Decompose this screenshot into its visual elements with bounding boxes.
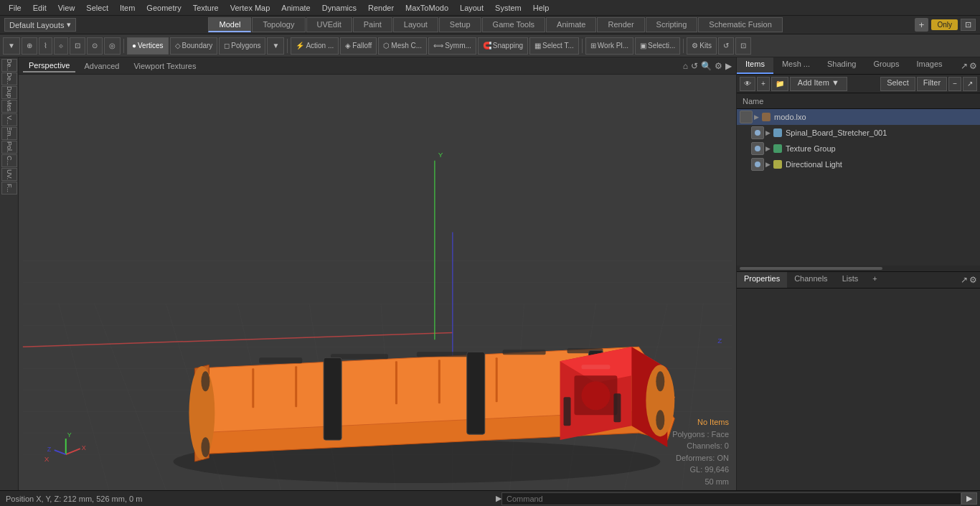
bottom-panel-settings-btn[interactable]: ⚙	[969, 275, 977, 285]
sidebar-item-mes[interactable]: Mes.	[1, 100, 17, 113]
item-visibility-toggle[interactable]	[751, 158, 764, 171]
panel-tab-groups[interactable]: Groups	[864, 57, 908, 74]
maximize-button[interactable]: ⊡	[961, 19, 976, 31]
tool-mesh[interactable]: ⬡ Mesh C...	[378, 37, 427, 55]
horizontal-scrollbar[interactable]	[740, 267, 882, 270]
items-folder-btn[interactable]: 📁	[771, 77, 788, 91]
bot-tab-properties[interactable]: Properties	[737, 272, 787, 288]
tool-grid[interactable]: ⊕	[22, 37, 37, 55]
menu-dynamics[interactable]: Dynamics	[316, 2, 362, 14]
panel-tab-mesh[interactable]: Mesh ...	[773, 57, 819, 74]
viewport-zoom-btn[interactable]: 🔍	[701, 61, 712, 71]
viewport-settings-btn[interactable]: ⚙	[715, 61, 722, 71]
items-add-btn[interactable]: +	[757, 77, 770, 91]
menu-item[interactable]: Item	[114, 2, 141, 14]
tool-selection[interactable]: ▣ Selecti...	[635, 37, 680, 55]
item-row[interactable]: ▶ Spinal_Board_Stretcher_001	[737, 125, 980, 141]
bot-tab-lists[interactable]: Lists	[835, 272, 866, 288]
layout-tab-gametools[interactable]: Game Tools	[482, 17, 546, 32]
viewport-more-btn[interactable]: ▶	[725, 61, 732, 71]
viewport-reset-btn[interactable]: ↺	[691, 61, 698, 71]
tool-symmetry[interactable]: ⟺ Symm...	[428, 37, 476, 55]
menu-file[interactable]: File	[3, 2, 27, 14]
sidebar-item-f[interactable]: F...	[1, 182, 17, 195]
menu-help[interactable]: Help	[527, 2, 555, 14]
item-row[interactable]: ▶ Texture Group	[737, 141, 980, 156]
add-layout-button[interactable]: +	[915, 18, 929, 32]
layout-dropdown[interactable]: Default Layouts ▾	[4, 18, 76, 32]
menu-select[interactable]: Select	[80, 2, 114, 14]
tool-lasso[interactable]: ◎	[104, 37, 121, 55]
menu-texture[interactable]: Texture	[187, 2, 225, 14]
tool-vertices[interactable]: ● Vertices	[127, 37, 169, 55]
canvas-area[interactable]: X Y Z X Y Z No Items Polygons : Face Cha…	[19, 75, 736, 490]
item-visibility-toggle[interactable]	[751, 126, 764, 139]
tool-select-type[interactable]: ▦ Select T...	[529, 37, 579, 55]
panel-tab-images[interactable]: Images	[908, 57, 951, 74]
menu-render[interactable]: Render	[362, 2, 400, 14]
tool-reset[interactable]: ↺	[718, 37, 734, 55]
item-visibility-toggle[interactable]	[751, 142, 764, 155]
layout-tab-setup[interactable]: Setup	[439, 17, 481, 32]
layout-tab-model[interactable]: Model	[208, 17, 251, 32]
tool-snapping[interactable]: 🧲 Snapping	[478, 37, 528, 55]
sidebar-item-dup[interactable]: Dup.	[1, 86, 17, 99]
menu-view[interactable]: View	[52, 2, 81, 14]
tool-work-plane[interactable]: ⊞ Work Pl...	[585, 37, 633, 55]
menu-animate[interactable]: Animate	[275, 2, 316, 14]
command-input[interactable]	[501, 492, 961, 505]
tool-boundary[interactable]: ◇ Boundary	[170, 37, 218, 55]
items-eye-btn[interactable]: 👁	[740, 77, 755, 91]
layout-tab-schematic[interactable]: Schematic Fusion	[698, 17, 782, 32]
items-filter-button[interactable]: Filter	[917, 77, 947, 91]
tool-action[interactable]: ⚡ Action ...	[291, 37, 339, 55]
panel-expand-btn[interactable]: ↗	[961, 61, 968, 71]
sidebar-item-de2[interactable]: De...	[1, 72, 17, 85]
tool-transform[interactable]: ⟐	[54, 37, 68, 55]
add-item-button[interactable]: Add Item ▼	[790, 77, 847, 91]
layout-tab-topology[interactable]: Topology	[252, 17, 305, 32]
layout-tab-scripting[interactable]: Scripting	[646, 17, 698, 32]
layout-tab-render[interactable]: Render	[597, 17, 644, 32]
panel-tab-items[interactable]: Items	[737, 57, 773, 74]
tool-box[interactable]: ⊡	[70, 37, 85, 55]
sidebar-item-de1[interactable]: De...	[1, 59, 17, 72]
tool-polygons[interactable]: ◻ Polygons	[219, 37, 265, 55]
menu-maxtomodo[interactable]: MaxToModo	[400, 2, 454, 14]
tool-mode-dropdown[interactable]: ▼	[267, 37, 284, 55]
sidebar-item-pol[interactable]: Pol.	[1, 141, 17, 154]
panel-tab-shading[interactable]: Shading	[819, 57, 864, 74]
sidebar-item-emi[interactable]: Em...	[1, 127, 17, 140]
menu-geometry[interactable]: Geometry	[141, 2, 187, 14]
item-row[interactable]: ▶ modo.lxo	[737, 109, 980, 125]
menu-edit[interactable]: Edit	[27, 2, 52, 14]
bot-tab-add[interactable]: +	[865, 272, 884, 288]
item-row[interactable]: ▶ Directional Light	[737, 156, 980, 172]
menu-system[interactable]: System	[489, 2, 527, 14]
layout-tab-layout[interactable]: Layout	[393, 17, 438, 32]
tool-snaps[interactable]: ⌇	[39, 37, 52, 55]
expand-arrow-icon[interactable]: ▶	[765, 145, 771, 152]
viewport-home-btn[interactable]: ⌂	[683, 61, 688, 71]
command-execute-btn[interactable]: ▶	[961, 492, 977, 505]
vp-tab-textures[interactable]: Viewport Textures	[128, 60, 202, 72]
tool-falloff[interactable]: ◈ Falloff	[340, 37, 377, 55]
panel-settings-btn[interactable]: ⚙	[969, 61, 977, 71]
items-select-button[interactable]: Select	[880, 77, 915, 91]
items-expand-btn[interactable]: ↗	[963, 77, 977, 91]
sidebar-item-uv[interactable]: UV.	[1, 168, 17, 181]
expand-arrow-icon[interactable]: ▶	[765, 161, 771, 168]
tool-frame[interactable]: ⊡	[735, 37, 751, 55]
layout-tab-animate[interactable]: Animate	[546, 17, 596, 32]
layout-tab-paint[interactable]: Paint	[353, 17, 392, 32]
expand-arrow-icon[interactable]: ▶	[754, 113, 759, 121]
tool-select-mode[interactable]: ▼	[3, 37, 20, 55]
vp-tab-advanced[interactable]: Advanced	[78, 60, 125, 72]
menu-vertex-map[interactable]: Vertex Map	[225, 2, 276, 14]
bot-tab-channels[interactable]: Channels	[787, 272, 834, 288]
tool-circle[interactable]: ⊙	[87, 37, 103, 55]
layout-tab-uvedit[interactable]: UVEdit	[306, 17, 352, 32]
vp-tab-perspective[interactable]: Perspective	[23, 60, 75, 72]
expand-arrow-icon[interactable]: ▶	[765, 129, 771, 136]
item-visibility-toggle[interactable]	[740, 111, 753, 123]
